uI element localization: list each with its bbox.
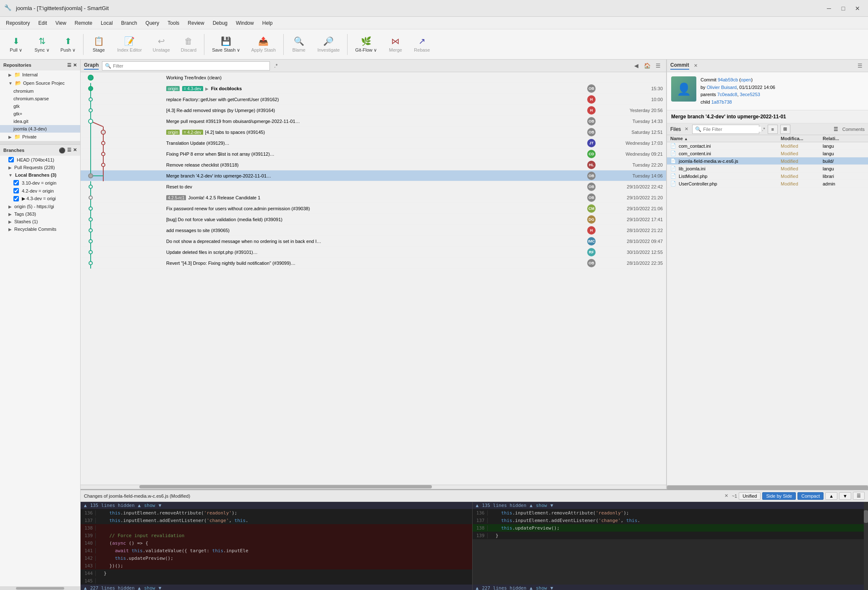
commit-hash-link[interactable]: 94ab59cb — [718, 77, 738, 82]
sidebar-item-open-source[interactable]: ▼ 📂 Open Source Projec — [0, 79, 80, 87]
unstage-button[interactable]: ↩ Unstage — [148, 31, 175, 58]
graph-nav-back[interactable]: ◀ — [632, 61, 641, 70]
menu-window[interactable]: Window — [232, 18, 258, 28]
graph-row-11[interactable]: 4.2.5-rc1 Joomla! 4.2.5 Release Candidat… — [81, 192, 666, 203]
sidebar-item-internal[interactable]: ▶ 📁 Internal — [0, 70, 80, 79]
menu-query[interactable]: Query — [141, 18, 164, 28]
sidebar-resize-handle[interactable] — [0, 141, 80, 145]
menu-review[interactable]: Review — [183, 18, 208, 28]
git-flow-button[interactable]: 🌿 Git-Flow ∨ — [350, 31, 382, 58]
commit-panel-close[interactable]: ✕ — [693, 63, 699, 68]
commit-author-link[interactable]: Olivier Buisard — [707, 85, 737, 90]
file-row-usercontroller[interactable]: 📄 UserController.php Modified admin — [667, 180, 868, 188]
repositories-header[interactable]: Repositories ☰ ✕ — [0, 60, 80, 70]
menu-local[interactable]: Local — [97, 18, 117, 28]
branches-close-icon[interactable]: ✕ — [73, 147, 77, 154]
branch-310-checkbox[interactable] — [13, 180, 19, 185]
sidebar-item-head[interactable]: HEAD (704bc411) — [0, 156, 80, 164]
diff-vscroll[interactable] — [864, 502, 868, 590]
diff-down-btn[interactable]: ▼ — [839, 492, 851, 500]
diff-right-hidden-bottom[interactable]: ▲ 227 lines hidden ▲ show ▼ — [473, 585, 864, 590]
sidebar-item-origin[interactable]: ▶ origin (5) - https://gi — [0, 203, 80, 210]
graph-row-6[interactable]: Translation Update (#39129)… JT Wednesda… — [81, 138, 666, 149]
graph-row-10[interactable]: Reset to dev OB 29/10/2022 22:42 — [81, 181, 666, 192]
pull-button[interactable]: ⬇ Pull ∨ — [3, 31, 29, 58]
graph-menu-btn[interactable]: ☰ — [654, 61, 663, 70]
parent-1-link[interactable]: 7c0eadc8 — [717, 92, 737, 97]
menu-view[interactable]: View — [51, 18, 71, 28]
merge-button[interactable]: ⋈ Merge — [383, 31, 408, 58]
save-stash-button[interactable]: 💾 Save Stash ∨ — [207, 31, 245, 58]
diff-show-link-right-top[interactable]: show — [536, 503, 547, 508]
diff-left-hidden-top[interactable]: ▲ 135 lines hidden ▲ show ▼ — [81, 502, 472, 509]
sidebar-item-gtk-plus[interactable]: gtk+ — [0, 110, 80, 117]
diff-left-pane[interactable]: ▲ 135 lines hidden ▲ show ▼ 136 this.inp… — [81, 502, 473, 590]
diff-up-btn[interactable]: ▲ — [825, 492, 837, 500]
branch-42-checkbox[interactable] — [13, 188, 19, 193]
graph-row-17[interactable]: Revert "[4.3] Dropo: Fixing nightly buil… — [81, 258, 666, 269]
files-columns-btn[interactable]: ⊞ — [780, 125, 790, 134]
graph-row-5[interactable]: origin = 4.2-dev [4.2] tabs to spaces (#… — [81, 127, 666, 138]
sidebar-item-branch-42[interactable]: 4.2-dev = origin — [0, 187, 80, 195]
diff-compact-btn[interactable]: Compact — [797, 492, 824, 500]
graph-row-2[interactable]: replace Factory::getUser with getCurrent… — [81, 94, 666, 105]
index-editor-button[interactable]: 📝 Index Editor — [112, 31, 147, 58]
graph-row-13[interactable]: [bug] Do not force value validation (med… — [81, 214, 666, 225]
files-regex-btn[interactable]: .* — [762, 127, 765, 132]
sidebar-item-tags[interactable]: ▶ Tags (363) — [0, 210, 80, 218]
minimize-button[interactable]: ─ — [823, 3, 835, 13]
files-filter-box[interactable]: 🔍 — [692, 125, 759, 134]
diff-show-link-left-bottom[interactable]: show — [144, 585, 155, 590]
repo-menu-icon[interactable]: ☰ — [67, 63, 71, 68]
files-col-name-header[interactable]: Name ▲ — [670, 136, 781, 141]
sidebar-item-recyclable[interactable]: ▶ Recyclable Commits — [0, 225, 80, 233]
menu-tools[interactable]: Tools — [163, 18, 183, 28]
head-checkbox[interactable] — [8, 157, 14, 162]
diff-right-pane[interactable]: ▲ 135 lines hidden ▲ show ▼ 136 this.inp… — [473, 502, 864, 590]
sidebar-item-private[interactable]: ▶ 📁 Private — [0, 133, 80, 141]
graph-row-7[interactable]: Fixing PHP 8 error when $list is not arr… — [81, 149, 666, 159]
repo-close-icon[interactable]: ✕ — [73, 63, 77, 68]
files-panel-close[interactable]: ✕ — [683, 126, 690, 132]
sidebar-item-branch-310[interactable]: 3.10-dev = origin — [0, 179, 80, 187]
graph-filter-input[interactable] — [113, 63, 267, 68]
diff-show-link-left-top[interactable]: show — [144, 503, 155, 508]
diff-show-link-right-bottom[interactable]: show — [536, 585, 547, 590]
graph-row-12[interactable]: Fix password renew for users without cor… — [81, 203, 666, 214]
files-hscroll[interactable] — [667, 485, 868, 489]
menu-debug[interactable]: Debug — [209, 18, 232, 28]
graph-row-3[interactable]: [4.3] Re-add removed strings (by Upmerge… — [81, 105, 666, 116]
graph-row-15[interactable]: Do not show a deprecated message when no… — [81, 236, 666, 247]
filter-box[interactable]: 🔍 — [102, 61, 270, 70]
child-link[interactable]: 1a87b738 — [711, 99, 732, 104]
menu-edit[interactable]: Edit — [34, 18, 51, 28]
diff-left-hidden-bottom[interactable]: ▲ 227 lines hidden ▲ show ▼ — [81, 585, 472, 590]
graph-row-14[interactable]: add messages to site (#39065) H 28/10/20… — [81, 225, 666, 236]
parent-2-link[interactable]: 3ece5253 — [740, 92, 760, 97]
files-col-status-header[interactable]: Modifica... — [781, 136, 823, 141]
graph-nav-home[interactable]: 🏠 — [643, 61, 652, 70]
menu-branch[interactable]: Branch — [117, 18, 141, 28]
graph-row-8[interactable]: Remove release checklist (#39118) HL Tue… — [81, 159, 666, 170]
diff-menu-btn[interactable]: ☰ — [853, 492, 865, 500]
commit-open-link[interactable]: open — [741, 77, 751, 82]
files-comments-tab[interactable]: Comments — [842, 127, 865, 132]
sidebar-item-pull-requests[interactable]: ▶ Pull Requests (228) — [0, 164, 80, 171]
diff-close-btn[interactable]: ✕ — [723, 493, 729, 499]
filter-regex-btn[interactable]: .* — [274, 63, 277, 69]
sidebar-item-chromium-sparse[interactable]: chromium.sparse — [0, 95, 80, 102]
files-col-rel-header[interactable]: Relati... — [823, 136, 865, 141]
sidebar-item-gtk[interactable]: gtk — [0, 102, 80, 110]
file-row-joomla-media[interactable]: 📄 joomla-field-media.w-c.es6.js Modified… — [667, 157, 868, 165]
close-button[interactable]: ✕ — [851, 3, 864, 13]
diff-side-by-side-btn[interactable]: Side by Side — [762, 492, 796, 500]
files-menu-btn[interactable]: ☰ — [834, 126, 838, 132]
maximize-button[interactable]: □ — [837, 3, 850, 13]
push-button[interactable]: ⬆ Push ∨ — [55, 31, 81, 58]
graph-row-working-tree[interactable]: Working Tree/Index (clean) — [81, 72, 666, 83]
files-list-btn[interactable]: ≡ — [768, 125, 778, 134]
branch-43-checkbox[interactable] — [13, 196, 19, 201]
sidebar-item-local-branches[interactable]: ▼ Local Branches (3) — [0, 171, 80, 179]
sidebar-item-stashes[interactable]: ▶ Stashes (1) — [0, 218, 80, 225]
sidebar-item-branch-43[interactable]: ▶ 4.3-dev = origi — [0, 195, 80, 203]
